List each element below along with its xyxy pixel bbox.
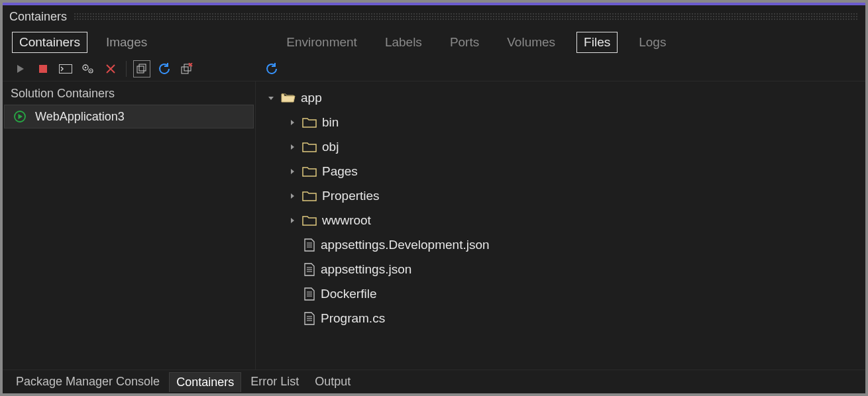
stack-icon	[136, 63, 148, 75]
folder-icon	[302, 117, 317, 128]
tree-folder[interactable]: Pages	[264, 159, 865, 183]
tree-folder-root[interactable]: app	[264, 85, 865, 110]
container-item[interactable]: WebApplication3	[4, 105, 254, 128]
show-all-button[interactable]	[133, 60, 150, 77]
refresh-list-button[interactable]	[156, 60, 173, 77]
expand-icon	[288, 167, 297, 176]
folder-label: obj	[322, 140, 339, 154]
detail-tab-environment[interactable]: Environment	[280, 32, 364, 52]
refresh-files-button[interactable]	[263, 60, 280, 77]
prune-button[interactable]	[178, 60, 195, 77]
prune-icon	[180, 63, 193, 75]
file-label: Dockerfile	[321, 287, 376, 301]
file-icon	[303, 238, 315, 252]
nav-tab-images[interactable]: Images	[99, 32, 154, 52]
expand-icon	[288, 142, 297, 152]
collapse-icon	[266, 93, 276, 103]
file-tree: app bin obj Pages	[264, 85, 865, 330]
svg-rect-7	[139, 64, 146, 71]
folder-label: app	[301, 91, 322, 105]
svg-rect-1	[60, 65, 72, 74]
expand-icon	[288, 118, 297, 127]
detail-tabs: Environment Labels Ports Volumes Files L…	[280, 32, 673, 53]
tree-folder[interactable]: bin	[264, 110, 865, 134]
play-icon	[16, 64, 25, 74]
svg-rect-0	[39, 65, 47, 73]
file-tree-pane: app bin obj Pages	[256, 81, 865, 370]
bottom-tab-containers[interactable]: Containers	[169, 372, 241, 392]
running-icon	[14, 111, 26, 123]
file-icon	[303, 263, 315, 276]
terminal-icon	[59, 64, 72, 74]
folder-open-icon	[281, 92, 296, 104]
detail-tab-volumes[interactable]: Volumes	[500, 32, 562, 52]
svg-rect-8	[182, 67, 188, 74]
gear-icon	[82, 64, 94, 74]
stop-icon	[38, 64, 48, 74]
file-icon	[303, 287, 315, 301]
expand-icon	[288, 191, 297, 201]
svg-point-5	[90, 70, 91, 72]
tree-file[interactable]: appsettings.Development.json	[264, 232, 865, 257]
folder-label: Pages	[322, 164, 358, 179]
nav-tab-containers[interactable]: Containers	[12, 32, 87, 53]
panel-titlebar: Containers	[3, 5, 865, 28]
toolbar	[3, 57, 865, 81]
detail-tab-files[interactable]: Files	[576, 32, 618, 53]
nav-tabs: Containers Images	[12, 32, 154, 53]
tree-file[interactable]: Program.cs	[264, 306, 865, 330]
refresh-icon	[266, 63, 278, 75]
settings-button[interactable]	[80, 60, 97, 77]
folder-icon	[302, 191, 317, 201]
folder-label: wwwroot	[322, 213, 371, 228]
svg-point-3	[85, 67, 87, 69]
bottom-tab-output[interactable]: Output	[308, 372, 357, 391]
stop-button[interactable]	[34, 60, 52, 77]
panel-title: Containers	[9, 10, 67, 24]
folder-icon	[302, 166, 317, 177]
x-icon	[105, 64, 116, 74]
tree-file[interactable]: Dockerfile	[264, 281, 865, 306]
bottom-tab-pmc[interactable]: Package Manager Console	[9, 372, 166, 391]
detail-tab-labels[interactable]: Labels	[378, 32, 429, 52]
expand-icon	[288, 216, 297, 225]
detail-tab-ports[interactable]: Ports	[443, 32, 486, 52]
delete-button[interactable]	[102, 60, 119, 77]
folder-label: Properties	[322, 189, 380, 203]
containers-panel: Containers Containers Images Environment…	[3, 3, 865, 393]
container-name: WebApplication3	[35, 110, 125, 124]
tree-folder[interactable]: obj	[264, 134, 865, 159]
bottom-tab-strip: Package Manager Console Containers Error…	[3, 370, 865, 393]
file-label: Program.cs	[321, 311, 385, 326]
folder-icon	[302, 142, 317, 152]
sidebar-header: Solution Containers	[3, 81, 255, 105]
detail-tab-logs[interactable]: Logs	[632, 32, 673, 52]
refresh-icon	[158, 63, 170, 75]
toolbar-separator	[126, 61, 127, 77]
svg-rect-6	[137, 66, 144, 73]
tree-folder[interactable]: Properties	[264, 183, 865, 208]
sidebar: Solution Containers WebApplication3	[3, 81, 256, 370]
bottom-tab-error-list[interactable]: Error List	[244, 372, 305, 391]
panel-grip[interactable]	[74, 13, 859, 21]
content: Solution Containers WebApplication3 app	[3, 81, 865, 370]
folder-label: bin	[322, 115, 339, 130]
file-label: appsettings.Development.json	[321, 238, 490, 252]
tree-file[interactable]: appsettings.json	[264, 257, 865, 281]
tabs-row: Containers Images Environment Labels Por…	[3, 28, 865, 57]
tree-folder[interactable]: wwwroot	[264, 208, 865, 232]
terminal-button[interactable]	[57, 60, 74, 77]
file-icon	[303, 312, 315, 325]
file-label: appsettings.json	[321, 262, 411, 277]
start-button[interactable]	[12, 60, 29, 77]
folder-icon	[302, 215, 317, 226]
